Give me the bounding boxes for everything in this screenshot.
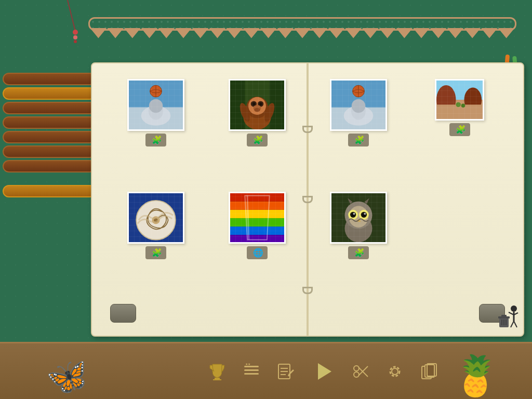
- svg-rect-78: [215, 378, 220, 379]
- svg-point-2: [73, 35, 77, 39]
- puzzle-piece-icon-2: 🧩: [253, 135, 263, 145]
- puzzle-frame-3[interactable]: [330, 79, 387, 131]
- puzzle-frame-1[interactable]: [127, 79, 184, 131]
- banner-scallop: [90, 28, 515, 38]
- sidebar-item-flora[interactable]: [3, 116, 96, 129]
- puzzle-info-7: 🧩: [348, 246, 369, 259]
- puzzle-frame-5[interactable]: [127, 192, 184, 244]
- banner-container: [88, 17, 516, 31]
- scallop-strip: [90, 28, 515, 38]
- svg-rect-98: [425, 365, 434, 377]
- ring-binder-mid: [302, 196, 313, 203]
- top-banner: [88, 4, 516, 43]
- puzzle-piece-icon-3: 🧩: [354, 135, 365, 145]
- svg-line-71: [514, 321, 517, 327]
- puzzle-piece-icon-1: 🧩: [152, 135, 162, 145]
- puzzle-frame-2[interactable]: [229, 79, 286, 131]
- svg-text:★★: ★★: [245, 363, 250, 366]
- list-button[interactable]: ★★: [242, 362, 261, 381]
- sidebar-item-animals[interactable]: [3, 73, 96, 85]
- puzzle-info-3: 🧩: [348, 134, 369, 147]
- svg-rect-80: [244, 366, 259, 367]
- svg-rect-74: [501, 315, 507, 317]
- puzzle-info-6: 🌐: [247, 246, 268, 259]
- puzzle-info-4: 🧩: [449, 123, 470, 136]
- puzzle-info-1: 🧩: [145, 134, 166, 147]
- puzzle-overlay-2: [230, 81, 284, 129]
- pineapple-sticker: 🍍: [450, 351, 502, 399]
- puzzle-overlay-4: [436, 81, 483, 119]
- scissors-button[interactable]: [351, 362, 370, 381]
- puzzle-piece-icon-6: 🌐: [253, 248, 263, 258]
- prev-button[interactable]: [110, 304, 136, 323]
- sidebar: [0, 73, 96, 197]
- puzzle-overlay-1: [129, 81, 183, 129]
- gear-button[interactable]: [385, 362, 404, 381]
- puzzle-grid: 🧩: [102, 74, 513, 301]
- ring-binder-bot: [302, 287, 313, 294]
- puzzle-frame-4[interactable]: [435, 79, 484, 121]
- cards-button[interactable]: [420, 362, 438, 381]
- sidebar-item-birds[interactable]: [3, 87, 96, 100]
- svg-line-93: [358, 367, 368, 377]
- puzzle-piece-icon-7: 🧩: [354, 248, 365, 258]
- sidebar-item-landscapes[interactable]: [3, 102, 96, 114]
- bottom-toolbar: 🦋 ★★: [0, 342, 532, 399]
- edit-button[interactable]: [276, 362, 295, 381]
- puzzle-cell-1[interactable]: 🧩: [108, 79, 204, 184]
- svg-point-91: [354, 366, 359, 371]
- top-decoration: [0, 0, 94, 62]
- svg-point-3: [74, 40, 77, 43]
- svg-point-95: [392, 368, 398, 375]
- svg-marker-90: [318, 363, 331, 380]
- puzzle-cell-8-empty: [411, 192, 508, 297]
- navigation-row: [102, 301, 513, 325]
- butterfly-sticker: 🦋: [44, 354, 92, 399]
- sidebar-item-food[interactable]: [3, 145, 96, 158]
- trash-icon-container[interactable]: [498, 304, 519, 332]
- puzzle-cell-6[interactable]: 🌐: [209, 192, 305, 297]
- puzzle-cell-5[interactable]: 🧩: [108, 192, 204, 297]
- notebook: 🧩: [91, 62, 524, 337]
- svg-rect-82: [244, 373, 259, 375]
- svg-rect-79: [213, 379, 221, 380]
- puzzle-overlay-3: [331, 81, 385, 129]
- puzzle-frame-6[interactable]: [229, 192, 286, 244]
- puzzle-cell-7[interactable]: 🧩: [310, 192, 406, 297]
- puzzle-piece-icon-4: 🧩: [456, 125, 466, 135]
- puzzle-cell-4[interactable]: 🧩: [411, 79, 508, 184]
- sidebar-item-humans[interactable]: [3, 160, 96, 172]
- sidebar-item-saves[interactable]: [3, 185, 96, 197]
- puzzle-overlay-6: [230, 193, 284, 242]
- play-button[interactable]: [311, 359, 336, 384]
- puzzle-frame-7[interactable]: [330, 192, 387, 244]
- ring-binder-top: [302, 126, 313, 133]
- svg-point-92: [354, 372, 359, 377]
- puzzle-overlay-5: [129, 193, 183, 242]
- svg-line-94: [358, 366, 368, 376]
- puzzle-info-5: 🧩: [145, 246, 166, 259]
- puzzle-cell-2[interactable]: 🧩: [209, 79, 305, 184]
- puzzle-piece-icon-5: 🧩: [152, 248, 162, 258]
- trophy-button[interactable]: [208, 362, 227, 381]
- puzzle-cell-3[interactable]: 🧩: [310, 79, 406, 184]
- sidebar-item-waterworld[interactable]: [3, 131, 96, 143]
- svg-line-0: [68, 0, 75, 31]
- puzzle-overlay-7: [331, 193, 385, 242]
- svg-line-70: [511, 321, 514, 327]
- svg-point-66: [511, 305, 517, 312]
- puzzle-info-2: 🧩: [247, 134, 268, 147]
- svg-rect-81: [244, 369, 259, 371]
- svg-point-1: [73, 30, 78, 35]
